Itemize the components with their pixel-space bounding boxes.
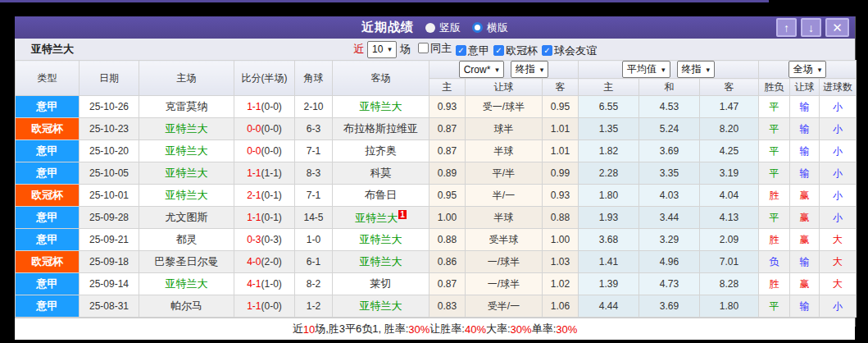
layout-radio-horizontal[interactable]: 横版	[472, 21, 508, 35]
result-goals-cell: 小	[820, 96, 857, 118]
date-cell: 25-09-21	[80, 229, 139, 251]
team-label: 亚特兰大	[355, 212, 398, 224]
fulltime-score: 1-1	[247, 212, 261, 223]
up-arrow-icon: ↑	[784, 21, 789, 34]
summary-stat-label: 单率:	[532, 322, 557, 336]
home-team-cell: 亚特兰大	[139, 273, 234, 295]
league-badge: 意甲	[16, 295, 79, 317]
odds-time-select[interactable]: 终指 ▾	[677, 61, 716, 78]
results-table: 类型 日期 主场 比分(半场) 角球 客场 Crow* ▾ 终指 ▾	[15, 60, 857, 318]
corner-cell: 8-3	[295, 162, 333, 185]
halftime-score: (0-3)	[261, 234, 282, 245]
recent-results-panel: 近期战绩 竖版 横版 ↑ ↓ ✕ 亚特兰大 近	[15, 16, 856, 327]
halftime-score: (0-0)	[261, 145, 282, 157]
summary-stat-label: 大率:	[486, 322, 511, 336]
fulltime-score: 0-0	[247, 123, 261, 135]
title-group: 近期战绩 竖版 横版	[361, 20, 508, 35]
odds-away-cell: 8.28	[700, 273, 759, 295]
result-wdl-cell: 平	[759, 162, 790, 185]
fulltime-score: 2-1	[247, 190, 261, 201]
handicap-away-odds-cell: 1.06	[543, 295, 579, 318]
odds-home-cell: 4.44	[579, 295, 639, 318]
bookmaker-select[interactable]: Crow* ▾	[459, 61, 504, 78]
away-team-cell: 亚特兰大	[333, 251, 429, 273]
match-row: 意甲25-09-21都灵0-3(0-3)1-0亚特兰大0.88受半球1.003.…	[16, 229, 857, 251]
handicap-home-odds-cell: 0.89	[429, 162, 466, 185]
result-handicap-cell: 输	[790, 118, 820, 140]
match-row: 欧冠杯25-10-23亚特兰大0-0(0-0)6-3布拉格斯拉维亚0.87球半1…	[16, 118, 857, 140]
odds-away-cell: 3.19	[700, 162, 759, 185]
halftime-score: (0-0)	[261, 300, 282, 312]
match-row: 欧冠杯25-09-18巴黎圣日尔曼4-0(2-0)6-1亚特兰大0.86一/球半…	[16, 251, 857, 273]
col-header-away: 客场	[333, 61, 429, 96]
down-arrow-icon: ↓	[808, 21, 814, 34]
result-goals-cell: 小	[820, 162, 857, 185]
filter-checkbox[interactable]: ✓欧冠杯	[493, 43, 538, 58]
col-header-date: 日期	[80, 61, 139, 96]
col-header-type: 类型	[16, 61, 80, 96]
team-label: 亚特兰大	[360, 100, 402, 112]
close-button[interactable]: ✕	[825, 18, 849, 37]
matches-unit-label: 场	[400, 42, 411, 57]
home-team-cell: 亚特兰大	[139, 162, 234, 185]
away-team-cell: 布鲁日	[333, 185, 429, 207]
result-wdl-cell: 胜	[759, 229, 790, 251]
result-handicap-cell: 赢	[790, 229, 820, 251]
handicap-line-cell: 半/一	[466, 185, 543, 207]
league-type-cell: 意甲	[16, 295, 80, 318]
odds-draw-cell: 3.35	[639, 162, 700, 185]
scope-dropdown-cell: 全场 ▾	[759, 61, 857, 79]
result-wdl-cell: 平	[759, 118, 790, 140]
filter-checkbox[interactable]: 同主	[418, 41, 452, 56]
odds-time-select-value: 终指	[682, 62, 702, 76]
date-cell: 25-10-26	[80, 96, 139, 118]
summary-stat-value: 30%	[511, 323, 532, 336]
result-handicap-cell: 赢	[790, 185, 820, 207]
home-team-cell: 克雷莫纳	[139, 96, 234, 118]
layout-radio-vertical[interactable]: 竖版	[425, 21, 461, 35]
score-cell: 4-1(1-0)	[234, 273, 295, 295]
match-scope-select[interactable]: 全场 ▾	[788, 61, 827, 78]
score-cell: 2-1(0-1)	[234, 185, 295, 207]
handicap-line-cell: 受一/球半	[466, 96, 543, 118]
handicap-time-select[interactable]: 终指 ▾	[511, 61, 549, 78]
match-row: 意甲25-10-05亚特兰大1-1(1-1)8-3科莫0.89平/半0.992.…	[16, 162, 857, 185]
away-team-cell: 拉齐奥	[333, 140, 429, 162]
league-badge: 意甲	[16, 140, 79, 162]
score-cell: 1-1(1-1)	[234, 162, 295, 185]
result-goals-cell: 小	[820, 118, 857, 140]
handicap-dropdowns-cell: Crow* ▾ 终指 ▾	[429, 61, 579, 79]
away-team-cell: 科莫	[333, 162, 429, 185]
window-buttons: ↑ ↓ ✕	[776, 18, 849, 37]
handicap-home-odds-cell: 0.87	[429, 273, 466, 295]
result-goals-cell: 小	[820, 295, 857, 318]
filter-checkbox-label: 球会友谊	[554, 43, 597, 58]
move-up-button[interactable]: ↑	[776, 18, 797, 37]
odds-draw-cell: 4.96	[639, 251, 700, 273]
filter-checkbox[interactable]: ✓意甲	[456, 43, 489, 58]
odds-home-cell: 1.41	[579, 251, 639, 273]
result-wdl-cell: 平	[759, 207, 790, 229]
handicap-home-odds-cell: 0.93	[429, 96, 466, 118]
checkbox-checked-icon: ✓	[456, 45, 466, 56]
result-handicap-cell: 输	[790, 96, 820, 118]
handicap-time-select-value: 终指	[516, 62, 535, 76]
radio-selected-icon	[472, 22, 483, 33]
move-down-button[interactable]: ↓	[801, 18, 821, 37]
near-label: 近	[353, 42, 364, 57]
header-row-dropdowns: 类型 日期 主场 比分(半场) 角球 客场 Crow* ▾ 终指 ▾	[16, 61, 857, 79]
summary-stat-label: 场,胜3平6负1, 胜率:	[315, 322, 408, 336]
league-type-cell: 意甲	[16, 229, 80, 251]
result-goals-cell: 小	[820, 140, 857, 162]
handicap-home-odds-cell: 0.87	[429, 140, 466, 162]
match-count-select[interactable]: 10 ▾	[367, 41, 397, 58]
chevron-down-icon: ▾	[661, 66, 666, 74]
odds-away-cell: 1.47	[700, 96, 759, 118]
summary-stat-label: 近	[293, 322, 303, 336]
league-type-cell: 欧冠杯	[16, 185, 80, 207]
odds-average-select[interactable]: 平均值 ▾	[622, 61, 670, 78]
handicap-away-odds-cell: 1.00	[543, 229, 579, 251]
match-row: 意甲25-10-26克雷莫纳1-1(0-0)2-10亚特兰大0.93受一/球半0…	[16, 96, 857, 118]
handicap-line-cell: 平/半	[466, 162, 543, 185]
filter-checkbox[interactable]: ✓球会友谊	[542, 43, 597, 58]
